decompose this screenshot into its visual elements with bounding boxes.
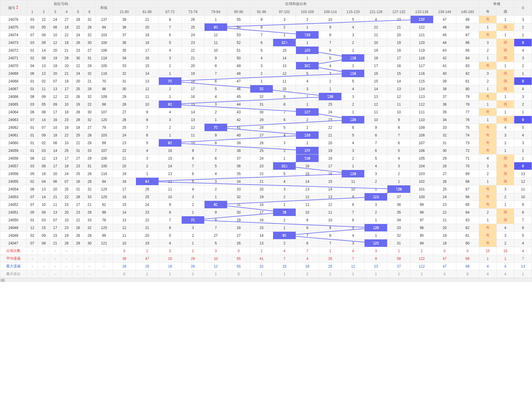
table-row: 2407407081022243210337196241253711038321… [0,31,532,39]
cell-dist: 18 [113,178,136,185]
cell-dist: 3 [273,185,296,193]
cell-dist: 14 [296,178,319,185]
cell-sum: 109 [95,93,113,101]
cell-dist: 16 [181,93,204,101]
cell-dist: 5 [273,170,296,178]
table-row: 2406101091822252810324611194027410321587… [0,131,532,139]
col-oe-group: 奇偶 [479,0,514,8]
cell-front: 21 [84,77,95,85]
cell-dist: 6 [204,155,227,162]
scrollbar-thumb[interactable] [1,279,5,282]
cell-dist: 24 [433,193,456,201]
cell-dist: 2 [387,170,410,178]
cell-dist: 3 [296,85,319,93]
cell-dist: 4 [319,62,342,70]
cell-sum: 68 [95,101,113,108]
cell-dist: 7 [204,147,227,155]
cell-period: 24050 [0,216,27,224]
cell-dist: 121 [365,239,387,247]
table-row: 2406406081718283010727941424330710724111… [0,108,532,116]
cell-dist: 6 [273,116,296,124]
table-row: 2405901031425313310722416973825210719365… [0,147,532,155]
cell-front: 07 [50,77,61,85]
cell-dist: 17 [181,85,204,93]
cell-oe: 偶 [497,101,514,108]
cell-dist: 12 [387,93,410,101]
cell-dist: 2 [342,155,365,162]
cell-dist: 12 [365,101,387,108]
cell-dist: 27 [204,232,227,239]
cell-dist: 7 [136,124,159,131]
cell-front: 09 [50,101,61,108]
cell-dist: 22 [136,216,159,224]
sort-arrows-icon: ▲▼ [16,5,18,10]
cell-dist: 109 [410,124,433,131]
cell-front: 07 [26,31,38,39]
cell-dist: 26 [250,139,273,147]
cell-dist: 14 [387,77,410,85]
cell-dist: 30 [227,209,250,216]
horizontal-scrollbar[interactable] [0,278,532,282]
cell-front: 13 [50,209,61,216]
cell-dist: 118 [410,54,433,62]
cell-sum: 105 [95,62,113,70]
cell-dist: 4 [342,23,365,31]
cell-dist: 32 [250,93,273,101]
cell-oe: 奇 [479,185,496,193]
cell-oe: 奇 [479,124,496,131]
cell-dist: 9 [250,16,273,23]
col-period[interactable]: 期号▲▼ [0,0,27,16]
cell-dist: 28 [433,162,456,170]
cell-dist: 94 [410,239,433,247]
cell-dist: 118 [342,54,365,62]
cell-dist: 25 [433,185,456,193]
cell-dist: 6 [387,139,410,147]
cell-dist: 63 [456,216,479,224]
cell-dist: 6 [250,39,273,47]
cell-zero: 1 [514,70,532,77]
cell-dist: 43 [433,47,456,54]
cell-front: 10 [61,216,72,224]
cell-period: 24071 [0,54,27,62]
cell-dist: 19 [319,147,342,155]
cell-dist: 48 [227,70,250,77]
cell-dist: 1 [365,185,387,193]
cell-front: 02 [26,54,38,62]
table-row: 2406701111317252996301221754696103141413… [0,85,532,93]
cell-front: 29 [84,85,95,93]
cell-dist: 74 [456,131,479,139]
cell-period: 24055 [0,178,27,185]
cell-period: 24060 [0,139,27,147]
cell-zero: 13 [514,170,532,178]
cell-oe: 奇 [479,62,496,70]
cell-dist: 6 [136,131,159,139]
cell-sum: 96 [95,85,113,93]
cell-dist: 78 [456,101,479,108]
cell-dist: 5 [204,162,227,170]
cell-front: 22 [61,93,72,101]
cell-front: 29 [72,16,84,23]
cell-zero: 0 [514,116,532,124]
cell-dist: 46 [433,23,456,31]
cell-dist: 65 [456,201,479,209]
cell-front: 22 [72,139,84,147]
cell-dist: 69 [456,170,479,178]
table-row: 2406201071016182779257212794128512269810… [0,124,532,131]
cell-dist: 20 [113,162,136,170]
cell-dist: 21 [319,131,342,139]
cell-dist: 33 [387,224,410,232]
cell-dist: 50 [227,54,250,62]
cell-dist: 79 [204,124,227,131]
cell-front: 14 [50,147,61,155]
cell-dist: 71 [456,155,479,162]
cell-zero: 3 [514,54,532,62]
cell-oe: 偶 [497,116,514,124]
cell-dist: 1 [136,170,159,178]
cell-oe: 2 [479,209,496,216]
table-row: 2405408132025313212917261142332031314101… [0,185,532,193]
cell-front: 08 [26,93,38,101]
cell-dist: 68 [456,178,479,185]
cell-sum: 100 [95,162,113,170]
cell-front: 15 [50,232,61,239]
cell-front: 20 [72,77,84,85]
